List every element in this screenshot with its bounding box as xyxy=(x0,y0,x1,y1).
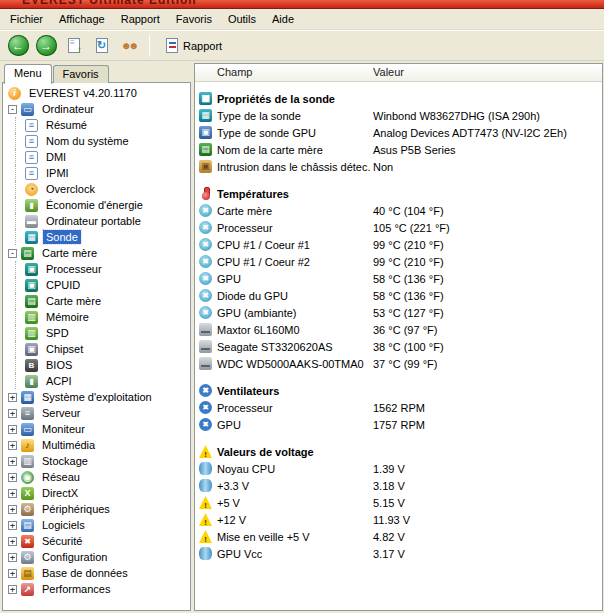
row-maxtor-6l160m0[interactable]: Maxtor 6L160M036 °C (97 °F) xyxy=(199,321,602,338)
tree-item-cpuid[interactable]: CPUID xyxy=(3,277,190,293)
tree-item-performances[interactable]: +Performances xyxy=(3,581,190,597)
cpu-icon xyxy=(25,263,38,276)
section-valeurs-de-voltage: Valeurs de voltageNoyau CPU1.39 V+3.3 V3… xyxy=(199,443,602,562)
tree-item-sonde[interactable]: Sonde xyxy=(3,229,190,245)
row-value: 36 °C (97 °F) xyxy=(373,324,437,336)
row-type-de-sonde-gpu[interactable]: Type de sonde GPUAnalog Devices ADT7473 … xyxy=(199,124,602,141)
tree-expander-icon[interactable]: + xyxy=(8,473,17,482)
row-processeur[interactable]: Processeur1562 RPM xyxy=(199,399,602,416)
row-gpu[interactable]: GPU1757 RPM xyxy=(199,416,602,433)
spd-icon xyxy=(25,327,38,340)
tree-item-securite[interactable]: +Sécurité xyxy=(3,533,190,549)
tree-expander-icon[interactable]: + xyxy=(8,521,17,530)
tree-expander-icon[interactable]: + xyxy=(8,457,17,466)
row-+12-v[interactable]: +12 V11.93 V xyxy=(199,511,602,528)
tab-menu[interactable]: Menu xyxy=(4,64,52,84)
row-processeur[interactable]: Processeur105 °C (221 °F) xyxy=(199,219,602,236)
tree-item-economie-d-energie[interactable]: Économie d'énergie xyxy=(3,197,190,213)
tree-item-overclock[interactable]: Overclock xyxy=(3,181,190,197)
row-seagate-st3320620as[interactable]: Seagate ST3320620AS38 °C (100 °F) xyxy=(199,338,602,355)
tree-item-configuration[interactable]: +Configuration xyxy=(3,549,190,565)
report-wizard-button[interactable] xyxy=(61,33,87,59)
row-nom-de-la-carte-mere[interactable]: Nom de la carte mèreAsus P5B Series xyxy=(199,141,602,158)
row-+3-3-v[interactable]: +3.3 V3.18 V xyxy=(199,477,602,494)
row-+5-v[interactable]: +5 V5.15 V xyxy=(199,494,602,511)
tree-item-memoire[interactable]: Mémoire xyxy=(3,309,190,325)
tree-item-multimedia[interactable]: +Multimédia xyxy=(3,437,190,453)
tree-item-stockage[interactable]: +Stockage xyxy=(3,453,190,469)
row-gpu-ambiante[interactable]: GPU (ambiante)53 °C (127 °F) xyxy=(199,304,602,321)
menu-outils[interactable]: Outils xyxy=(220,10,264,28)
refresh-button[interactable] xyxy=(89,33,115,59)
section-header: Valeurs de voltage xyxy=(199,443,602,460)
tree-expander-icon[interactable]: + xyxy=(8,393,17,402)
tree-expander-icon[interactable]: - xyxy=(8,249,17,258)
row-wdc-wd5000aaks-00tma0[interactable]: WDC WD5000AAKS-00TMA037 °C (99 °F) xyxy=(199,355,602,372)
menu-affichage[interactable]: Affichage xyxy=(51,10,113,28)
tree-item-processeur[interactable]: Processeur xyxy=(3,261,190,277)
row-value: 1.39 V xyxy=(373,463,405,475)
tree-expander-icon[interactable]: + xyxy=(8,505,17,514)
tree-expander-icon[interactable]: + xyxy=(8,425,17,434)
row-mise-en-veille-+5-v[interactable]: Mise en veille +5 V4.82 V xyxy=(199,528,602,545)
row-diode-du-gpu[interactable]: Diode du GPU58 °C (136 °F) xyxy=(199,287,602,304)
row-gpu[interactable]: GPU58 °C (136 °F) xyxy=(199,270,602,287)
tree-item-spd[interactable]: SPD xyxy=(3,325,190,341)
tree-expander-icon[interactable]: + xyxy=(8,441,17,450)
tree-item-ipmi[interactable]: IPMI xyxy=(3,165,190,181)
tree-item-serveur[interactable]: +Serveur xyxy=(3,405,190,421)
users-button[interactable] xyxy=(117,33,143,59)
title-bar[interactable]: EVEREST Ultimate Edition xyxy=(0,0,604,9)
section-header: Températures xyxy=(199,185,602,202)
tree-item-systeme-d-exploitation[interactable]: +Système d'exploitation xyxy=(3,389,190,405)
menu-fichier[interactable]: Fichier xyxy=(2,10,51,28)
report-button[interactable]: Rapport xyxy=(157,35,231,56)
tree-item-peripheriques[interactable]: +Périphériques xyxy=(3,501,190,517)
tree-expander-icon[interactable]: + xyxy=(8,569,17,578)
row-gpu-vcc[interactable]: GPU Vcc3.17 V xyxy=(199,545,602,562)
menu-rapport[interactable]: Rapport xyxy=(113,10,168,28)
tree-item-chipset[interactable]: Chipset xyxy=(3,341,190,357)
menu-aide[interactable]: Aide xyxy=(264,10,302,28)
tree-item-everest-v4-20-1170[interactable]: EVEREST v4.20.1170 xyxy=(3,85,190,101)
tree-item-acpi[interactable]: ACPI xyxy=(3,373,190,389)
row-noyau-cpu[interactable]: Noyau CPU1.39 V xyxy=(199,460,602,477)
row-type-de-la-sonde[interactable]: Type de la sondeWinbond W83627DHG (ISA 2… xyxy=(199,107,602,124)
tree-item-base-de-donnees[interactable]: +Base de données xyxy=(3,565,190,581)
tree-item-resume[interactable]: Résumé xyxy=(3,117,190,133)
bios-icon xyxy=(25,359,38,372)
row-cpu-#1-coeur-#1[interactable]: CPU #1 / Coeur #199 °C (210 °F) xyxy=(199,236,602,253)
tree-expander-icon[interactable]: + xyxy=(8,489,17,498)
tree-expander-icon[interactable]: + xyxy=(8,585,17,594)
tree-item-carte-mere[interactable]: Carte mère xyxy=(3,293,190,309)
back-button[interactable] xyxy=(5,33,31,59)
row-carte-mere[interactable]: Carte mère40 °C (104 °F) xyxy=(199,202,602,219)
column-header-field[interactable]: Champ xyxy=(217,66,252,78)
tree-item-directx[interactable]: +DirectX xyxy=(3,485,190,501)
tree-expander-icon[interactable]: + xyxy=(8,553,17,562)
tree-item-moniteur[interactable]: +Moniteur xyxy=(3,421,190,437)
row-field: Nom de la carte mère xyxy=(217,144,370,156)
tab-favoris[interactable]: Favoris xyxy=(53,65,109,83)
forward-button[interactable] xyxy=(33,33,59,59)
tree-item-carte-mere[interactable]: -Carte mère xyxy=(3,245,190,261)
row-field: Processeur xyxy=(217,222,370,234)
tree-item-bios[interactable]: BIOS xyxy=(3,357,190,373)
tree-expander-icon[interactable]: - xyxy=(8,105,17,114)
tree-item-nom-du-systeme[interactable]: Nom du système xyxy=(3,133,190,149)
tree-item-ordinateur[interactable]: -Ordinateur xyxy=(3,101,190,117)
tree-item-reseau[interactable]: +Réseau xyxy=(3,469,190,485)
sysname-icon xyxy=(25,135,38,148)
tree-item-logiciels[interactable]: +Logiciels xyxy=(3,517,190,533)
tree-expander-icon[interactable]: + xyxy=(8,409,17,418)
tree-item-ordinateur-portable[interactable]: Ordinateur portable xyxy=(3,213,190,229)
tree-item-dmi[interactable]: DMI xyxy=(3,149,190,165)
row-cpu-#1-coeur-#2[interactable]: CPU #1 / Coeur #299 °C (210 °F) xyxy=(199,253,602,270)
column-header-value[interactable]: Valeur xyxy=(373,66,404,78)
menu-favoris[interactable]: Favoris xyxy=(168,10,220,28)
fan-icon xyxy=(199,401,212,414)
row-intrusion-dans-le-chassis-detec[interactable]: Intrusion dans le châssis détec...Non xyxy=(199,158,602,175)
tree-expander-icon[interactable]: + xyxy=(8,537,17,546)
software-icon xyxy=(21,519,34,532)
content-panel: Champ Valeur Propriétés de la sondeType … xyxy=(194,63,603,611)
